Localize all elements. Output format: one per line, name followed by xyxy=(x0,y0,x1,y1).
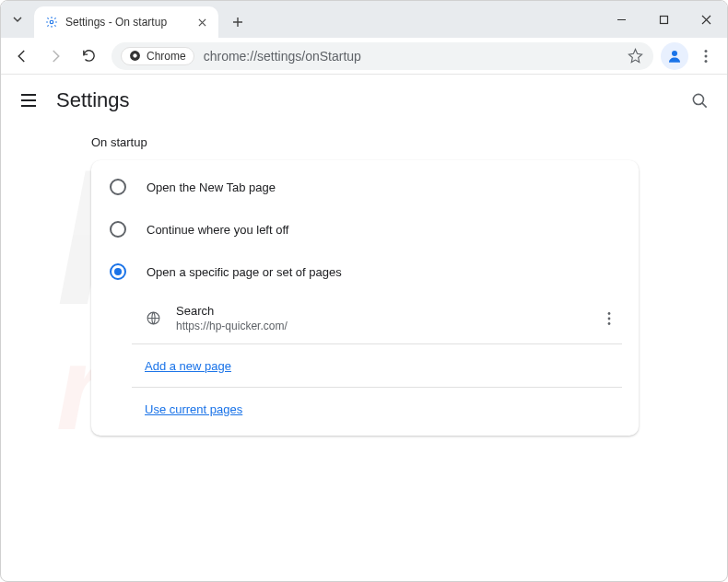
svg-point-5 xyxy=(705,50,708,52)
maximize-icon xyxy=(659,15,669,25)
settings-header: Settings xyxy=(1,75,727,126)
browser-menu-button[interactable] xyxy=(690,41,722,72)
svg-point-6 xyxy=(705,54,708,57)
svg-point-3 xyxy=(133,53,136,57)
tab-search-dropdown[interactable] xyxy=(1,1,34,38)
add-page-row: Add a new page xyxy=(132,344,639,387)
reload-icon xyxy=(81,48,97,64)
use-current-row: Use current pages xyxy=(132,388,639,430)
radio-label: Open the New Tab page xyxy=(147,180,276,194)
page-text: Search https://hp-quicker.com/ xyxy=(176,304,583,332)
svg-point-11 xyxy=(608,317,611,320)
minimize-button[interactable] xyxy=(600,1,642,38)
site-chip-label: Chrome xyxy=(147,50,186,63)
chrome-icon xyxy=(129,50,141,62)
bookmark-button[interactable] xyxy=(628,48,644,64)
search-settings-button[interactable] xyxy=(688,89,710,111)
svg-point-8 xyxy=(693,94,703,104)
address-bar[interactable]: Chrome chrome://settings/onStartup xyxy=(112,42,653,70)
svg-point-12 xyxy=(608,322,611,325)
forward-button[interactable] xyxy=(40,41,71,72)
arrow-right-icon xyxy=(47,48,64,64)
globe-icon xyxy=(145,310,161,327)
browser-toolbar: Chrome chrome://settings/onStartup xyxy=(1,38,727,75)
svg-point-7 xyxy=(705,60,708,63)
radio-option-specific-pages[interactable]: Open a specific page or set of pages xyxy=(91,250,639,293)
svg-rect-1 xyxy=(660,16,667,23)
tab-title: Settings - On startup xyxy=(65,16,187,29)
radio-option-continue[interactable]: Continue where you left off xyxy=(91,208,639,250)
page-name: Search xyxy=(176,304,583,318)
settings-content: On startup Open the New Tab page Continu… xyxy=(1,126,727,436)
gear-icon xyxy=(45,16,58,29)
site-chip[interactable]: Chrome xyxy=(121,47,194,65)
profile-button[interactable] xyxy=(661,42,688,70)
minimize-icon xyxy=(616,15,627,25)
kebab-icon xyxy=(602,311,616,326)
new-tab-button[interactable] xyxy=(224,8,252,36)
close-icon xyxy=(198,18,206,27)
menu-toggle-button[interactable] xyxy=(18,89,40,111)
search-icon xyxy=(691,92,709,110)
page-url: https://hp-quicker.com/ xyxy=(176,320,583,332)
page-more-button[interactable] xyxy=(598,311,620,326)
add-page-link[interactable]: Add a new page xyxy=(145,359,231,373)
hamburger-icon xyxy=(20,92,37,109)
plus-icon xyxy=(232,17,243,28)
radio-label: Open a specific page or set of pages xyxy=(147,265,342,279)
tab-close-button[interactable] xyxy=(194,15,209,29)
close-window-button[interactable] xyxy=(685,1,727,38)
radio-icon xyxy=(110,179,126,195)
maximize-button[interactable] xyxy=(642,1,685,38)
person-icon xyxy=(666,48,683,64)
svg-point-10 xyxy=(608,312,611,315)
close-icon xyxy=(701,15,711,25)
window-controls xyxy=(600,1,727,38)
startup-pages-block: Search https://hp-quicker.com/ xyxy=(132,293,639,343)
page-title: Settings xyxy=(56,88,130,112)
titlebar: Settings - On startup xyxy=(1,1,727,38)
star-icon xyxy=(628,48,643,64)
chevron-down-icon xyxy=(12,14,23,25)
radio-option-new-tab[interactable]: Open the New Tab page xyxy=(91,166,639,208)
svg-point-0 xyxy=(50,20,53,24)
browser-tab[interactable]: Settings - On startup xyxy=(34,6,218,38)
radio-icon xyxy=(110,263,126,280)
startup-card: Open the New Tab page Continue where you… xyxy=(91,160,639,436)
radio-icon xyxy=(110,221,126,238)
section-title: On startup xyxy=(91,135,727,149)
use-current-link[interactable]: Use current pages xyxy=(145,402,242,416)
svg-point-4 xyxy=(672,51,677,56)
startup-page-row: Search https://hp-quicker.com/ xyxy=(132,293,639,343)
kebab-icon xyxy=(699,49,713,64)
radio-label: Continue where you left off xyxy=(147,223,288,237)
url-text[interactable]: chrome://settings/onStartup xyxy=(204,49,618,64)
reload-button[interactable] xyxy=(73,41,104,72)
arrow-left-icon xyxy=(14,48,30,64)
back-button[interactable] xyxy=(6,41,38,72)
